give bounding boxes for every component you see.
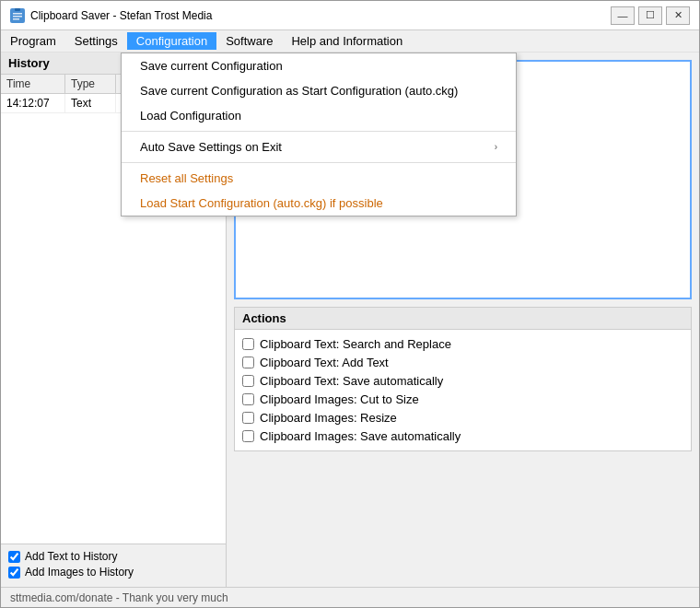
dropdown-separator-2 [122,162,516,163]
dropdown-auto-save[interactable]: Auto Save Settings on Exit › [122,134,516,159]
dropdown-save-as-start-label: Save current Configuration as Start Conf… [140,84,458,98]
add-text-label: Add Text to History [25,550,118,563]
dropdown-load-start[interactable]: Load Start Configuration (auto.ckg) if p… [122,191,516,216]
status-text: sttmedia.com/donate - Thank you very muc… [10,591,228,604]
main-window: Clipboard Saver - Stefan Trost Media — ☐… [0,0,700,608]
col-type: Type [65,75,116,93]
action-add-text[interactable]: Clipboard Text: Add Text [242,356,683,369]
dropdown-load-config[interactable]: Load Configuration [122,103,516,128]
actions-box: Actions Clipboard Text: Search and Repla… [234,307,692,451]
status-bar: sttmedia.com/donate - Thank you very muc… [1,587,699,607]
action-search-replace-label: Clipboard Text: Search and Replace [260,337,451,351]
dropdown-save-as-start[interactable]: Save current Configuration as Start Conf… [122,78,516,103]
minimize-button[interactable]: — [611,6,635,25]
svg-rect-1 [15,8,20,11]
action-save-images-label: Clipboard Images: Save automatically [260,429,461,443]
menu-settings[interactable]: Settings [65,32,127,50]
action-save-images[interactable]: Clipboard Images: Save automatically [242,429,683,443]
action-resize-checkbox[interactable] [242,412,254,424]
dropdown-save-current-label: Save current Configuration [140,59,283,73]
action-resize-label: Clipboard Images: Resize [260,411,397,425]
action-save-auto-checkbox[interactable] [242,375,254,387]
actions-content: Clipboard Text: Search and Replace Clipb… [235,330,691,450]
menu-configuration[interactable]: Configuration [127,32,216,50]
svg-rect-3 [13,16,22,18]
add-images-checkbox[interactable] [8,567,20,579]
dropdown-reset-all-label: Reset all Settings [140,171,233,185]
action-cut-to-size-checkbox[interactable] [242,393,254,405]
menu-program[interactable]: Program [1,32,65,50]
arrow-icon: › [495,142,497,152]
action-cut-to-size[interactable]: Clipboard Images: Cut to Size [242,392,683,406]
main-content: History Time Type C 14:12:07 Text A Add … [1,53,699,587]
action-add-text-label: Clipboard Text: Add Text [260,356,389,369]
action-add-text-checkbox[interactable] [242,357,254,368]
dropdown-save-current[interactable]: Save current Configuration [122,53,516,78]
menu-bar: Program Settings Configuration Software … [1,30,699,53]
dropdown-load-config-label: Load Configuration [140,109,241,123]
svg-rect-2 [13,13,22,15]
dropdown-reset-all[interactable]: Reset all Settings [122,166,516,191]
title-bar: Clipboard Saver - Stefan Trost Media — ☐… [1,1,699,30]
window-title: Clipboard Saver - Stefan Trost Media [30,9,611,22]
svg-rect-4 [13,18,19,20]
app-icon [10,8,25,23]
action-search-replace-checkbox[interactable] [242,338,254,350]
dropdown-separator-1 [122,131,516,132]
configuration-dropdown: Save current Configuration Save current … [121,53,517,216]
add-images-history-item[interactable]: Add Images to History [8,566,218,579]
actions-header: Actions [235,308,691,330]
window-controls: — ☐ ✕ [611,6,690,25]
left-panel-footer: Add Text to History Add Images to Histor… [1,544,226,587]
dropdown-load-start-label: Load Start Configuration (auto.ckg) if p… [140,196,383,210]
close-button[interactable]: ✕ [666,6,690,25]
action-resize[interactable]: Clipboard Images: Resize [242,411,683,425]
menu-software[interactable]: Software [216,32,282,50]
action-save-images-checkbox[interactable] [242,430,254,442]
menu-help[interactable]: Help and Information [282,32,412,50]
action-save-auto[interactable]: Clipboard Text: Save automatically [242,374,683,388]
add-text-history-item[interactable]: Add Text to History [8,550,218,563]
col-time: Time [1,75,65,93]
action-save-auto-label: Clipboard Text: Save automatically [260,374,443,388]
action-cut-to-size-label: Clipboard Images: Cut to Size [260,392,419,406]
cell-type: Text [65,94,116,112]
add-images-label: Add Images to History [25,566,134,579]
dropdown-auto-save-label: Auto Save Settings on Exit [140,140,282,154]
add-text-checkbox[interactable] [8,551,20,563]
action-search-replace[interactable]: Clipboard Text: Search and Replace [242,337,683,351]
maximize-button[interactable]: ☐ [638,6,662,25]
cell-time: 14:12:07 [1,94,65,112]
